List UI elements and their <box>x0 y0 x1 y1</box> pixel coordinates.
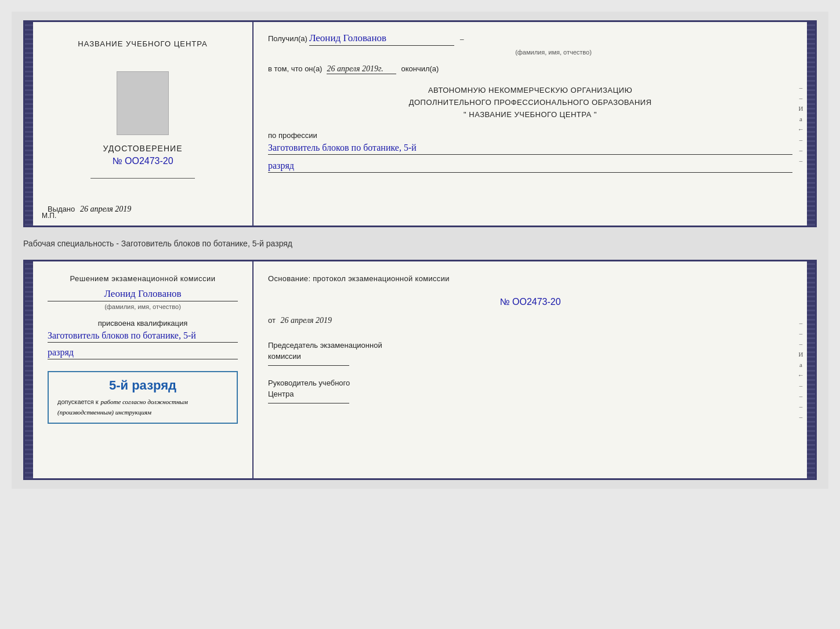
from-date: от 26 апреля 2019 <box>268 316 792 325</box>
exam-left-panel: Решением экзаменационной комиссии Леонид… <box>33 261 254 478</box>
mp-label: М.П. <box>42 212 56 220</box>
qualification-label: присвоена квалификация <box>48 319 238 328</box>
recipient-name: Леонид Голованов <box>309 32 454 46</box>
chair-signature-line <box>268 365 349 366</box>
page-container: НАЗВАНИЕ УЧЕБНОГО ЦЕНТРА УДОСТОВЕРЕНИЕ №… <box>12 12 828 489</box>
cert-label: УДОСТОВЕРЕНИЕ <box>103 144 183 153</box>
osnov-label: Основание: протокол экзаменационной коми… <box>268 273 792 285</box>
rank-block: разряд <box>48 347 238 359</box>
exam-decision: Решением экзаменационной комиссии <box>48 273 238 285</box>
center-leader: Руководитель учебного Центра <box>268 377 792 403</box>
exam-name: Леонид Голованов <box>48 288 238 301</box>
autonomous-org: АВТОНОМНУЮ НЕКОММЕРЧЕСКУЮ ОРГАНИЗАЦИЮ ДО… <box>268 85 792 121</box>
exam-spine-left <box>25 261 33 478</box>
cert-spine-right <box>807 22 815 226</box>
photo-placeholder <box>117 71 169 135</box>
profession-label: по профессии <box>268 131 792 140</box>
cert-number: № OO2473-20 <box>112 156 173 166</box>
cert-left-panel: НАЗВАНИЕ УЧЕБНОГО ЦЕНТРА УДОСТОВЕРЕНИЕ №… <box>33 22 254 226</box>
rank-text-top: разряд <box>268 161 792 173</box>
stamp-rank: 5-й разряд <box>57 378 228 393</box>
cert-issued-line: Выдано 26 апреля 2019 <box>48 205 131 214</box>
commission-chair: Председатель экзаменационной комиссии <box>268 340 792 366</box>
exam-spine-right <box>807 261 815 478</box>
recipient-subtitle: (фамилия, имя, отчество) <box>314 49 792 56</box>
cert-spine-left <box>25 22 33 226</box>
cert-right-panel: Получил(а) Леонид Голованов – (фамилия, … <box>254 22 807 226</box>
exam-doc: Решением экзаменационной комиссии Леонид… <box>23 260 817 480</box>
leader-signature-line <box>268 403 349 403</box>
recipient-prefix: Получил(а) <box>268 34 307 43</box>
stamp-box: 5-й разряд допускается к работе согласно… <box>48 371 238 424</box>
vtom-date: 26 апреля 2019г. <box>327 64 396 74</box>
recipient-line: Получил(а) Леонид Голованов – <box>268 32 792 46</box>
protocol-number: № OO2473-20 <box>268 297 792 307</box>
certificate-top: НАЗВАНИЕ УЧЕБНОГО ЦЕНТРА УДОСТОВЕРЕНИЕ №… <box>23 20 817 227</box>
profession-name: Заготовитель блоков по ботанике, 5-й <box>268 143 792 155</box>
description-line: Рабочая специальность - Заготовитель бло… <box>23 234 817 253</box>
qualification-name: Заготовитель блоков по ботанике, 5-й <box>48 330 238 343</box>
exam-fio-subtitle: (фамилия, имя, отчество) <box>48 303 238 310</box>
training-center-title: НАЗВАНИЕ УЧЕБНОГО ЦЕНТРА <box>78 39 207 48</box>
vtom-line: в том, что он(а) 26 апреля 2019г. окончи… <box>268 64 792 74</box>
stamp-allowed: допускается к <box>57 398 99 405</box>
exam-right-panel: Основание: протокол экзаменационной коми… <box>254 261 807 478</box>
